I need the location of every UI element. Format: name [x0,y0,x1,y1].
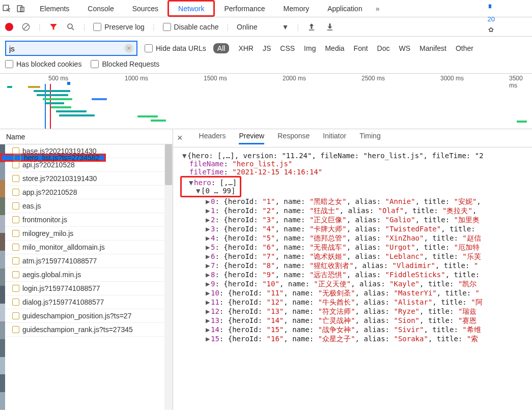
blocked-requests-checkbox[interactable]: Blocked Requests [91,60,159,68]
request-row[interactable]: login.js?1597741088577 [0,282,173,295]
json-array-item[interactable]: ▶1: {heroId: "2", name: "狂战士", alias: "O… [175,206,530,216]
detail-tab-initiator[interactable]: Initiator [323,132,346,144]
filter-type-js[interactable]: JS [263,44,271,52]
hide-data-urls-checkbox[interactable]: Hide data URLs [145,44,206,52]
filter-text-input[interactable] [9,44,111,53]
request-row[interactable]: eas.js [0,199,173,213]
request-row[interactable]: dialog.js?1597741088577 [0,295,173,309]
response-preview[interactable]: ▼{hero: [,…], version: "11.24", fileName… [173,147,532,410]
record-button[interactable] [5,23,13,31]
filter-icon[interactable] [49,22,58,32]
status-badges: ▲6 ▘20 ✿ [455,0,530,34]
disable-cache-checkbox[interactable]: Disable cache [163,23,219,31]
tab-performance[interactable]: Performance [215,0,274,17]
timeline-tick: 2500 ms [361,75,385,82]
request-name: eas.js [22,202,41,210]
request-list-panel: Name base.js?202103191430api.js?20210528… [0,129,173,410]
search-icon[interactable] [66,22,75,32]
throttling-select[interactable]: Online▼ [237,23,289,31]
filter-type-img[interactable]: Img [304,44,316,52]
filter-type-other[interactable]: Other [456,44,473,52]
clear-icon[interactable] [21,22,31,32]
device-toggle-icon[interactable] [16,4,25,13]
request-row[interactable]: frontmonitor.js [0,213,173,227]
network-toolbar: | | Preserve log | Disable cache | Onlin… [0,17,532,37]
request-name: api.js?20210528 [22,161,75,169]
json-array-item[interactable]: ▶15: {heroId: "16", name: "众星之子", alias:… [175,335,530,344]
request-name: login.js?1597741088577 [22,284,100,292]
json-array-item[interactable]: ▶2: {heroId: "3", name: "正义巨像", alias: "… [175,216,530,225]
name-column-header[interactable]: Name [0,129,173,144]
json-array-item[interactable]: ▶6: {heroId: "7", name: "诡术妖姬", alias: "… [175,252,530,261]
filter-type-css[interactable]: CSS [280,44,295,52]
file-icon [12,244,19,251]
warning-count: 6 [489,0,493,2]
file-icon [12,189,19,196]
timeline-tick: 3000 ms [440,75,464,82]
close-detail-icon[interactable]: × [177,133,186,143]
detail-tab-response[interactable]: Response [277,132,310,144]
upload-icon[interactable] [307,22,316,32]
tab-console[interactable]: Console [78,0,123,17]
request-row[interactable]: store.js?202103191430 [0,172,173,186]
request-row[interactable]: hero_list.js?ts=2734582 [0,154,106,162]
json-array-item[interactable]: ▶7: {heroId: "8", name: "猩红收割者", alias: … [175,261,530,271]
tab-network[interactable]: Network [167,0,215,17]
more-tabs-icon[interactable]: » [372,5,384,13]
file-icon [12,271,19,278]
request-name: milogrey_milo.js [22,229,73,237]
filter-type-font[interactable]: Font [354,44,368,52]
request-row[interactable]: atm.js?1597741088577 [0,254,173,268]
tab-memory[interactable]: Memory [274,0,319,17]
scrollbar-thumb[interactable] [165,144,172,185]
json-array-item[interactable]: ▶12: {heroId: "13", name: "符文法师", alias:… [175,307,530,316]
scrollbar[interactable] [164,144,173,410]
json-array-item[interactable]: ▶4: {heroId: "5", name: "德邦总管", alias: "… [175,234,530,243]
settings-icon[interactable]: ✿ [488,26,494,34]
timeline-tick: 1500 ms [204,75,227,82]
has-blocked-cookies-checkbox[interactable]: Has blocked cookies [5,60,81,68]
json-array-item[interactable]: ▶9: {heroId: "10", name: "正义天使", alias: … [175,280,530,289]
timeline-tick: 2000 ms [283,75,306,82]
json-array-item[interactable]: ▶8: {heroId: "9", name: "远古恐惧", alias: "… [175,271,530,280]
json-array-item[interactable]: ▶10: {heroId: "11", name: "无极剑圣", alias:… [175,289,530,298]
filter-type-xhr[interactable]: XHR [238,44,254,52]
request-name: milo_monitor_alldomain.js [22,243,105,251]
detail-tab-headers[interactable]: Headers [199,132,226,144]
info-icon[interactable]: ▘ [489,5,494,12]
download-icon[interactable] [325,22,334,32]
request-row[interactable]: milogrey_milo.js [0,227,173,241]
json-array-item[interactable]: ▶13: {heroId: "14", name: "亡灵战神", alias:… [175,316,530,325]
request-row[interactable]: guideschampion_position.js?ts=27 [0,309,173,323]
preserve-log-checkbox[interactable]: Preserve log [93,23,145,31]
file-icon [12,299,19,306]
file-icon [12,216,19,223]
request-name: store.js?202103191430 [22,174,97,183]
json-array-item[interactable]: ▶11: {heroId: "12", name: "牛头酋长", alias:… [175,298,530,307]
tab-elements[interactable]: Elements [31,0,78,17]
request-row[interactable]: guideschampion_rank.js?ts=27345 [0,323,173,337]
request-row[interactable]: milo_monitor_alldomain.js [0,241,173,254]
timeline-tick: 500 ms [48,75,68,82]
clear-filter-icon[interactable]: ✕ [124,44,133,53]
filter-all[interactable]: All [213,43,230,53]
network-split: Name base.js?202103191430api.js?20210528… [0,129,532,410]
file-icon [12,257,19,264]
filter-type-doc[interactable]: Doc [377,44,390,52]
tab-application[interactable]: Application [318,0,372,17]
waterfall-overview[interactable]: 500 ms1000 ms1500 ms2000 ms2500 ms3000 m… [0,73,532,129]
inspect-icon[interactable] [2,4,11,13]
request-row[interactable]: app.js?20210528 [0,186,173,199]
detail-tab-preview[interactable]: Preview [239,132,264,144]
filter-type-media[interactable]: Media [325,44,344,52]
tab-sources[interactable]: Sources [123,0,167,17]
json-array-item[interactable]: ▶0: {heroId: "1", name: "黑暗之女", alias: "… [175,197,530,206]
json-array-item[interactable]: ▶3: {heroId: "4", name: "卡牌大师", alias: "… [175,225,530,234]
filter-bar-2: Has blocked cookies Blocked Requests [0,60,532,73]
filter-type-ws[interactable]: WS [399,44,411,52]
json-array-item[interactable]: ▶14: {heroId: "15", name: "战争女神", alias:… [175,325,530,335]
filter-type-manifest[interactable]: Manifest [419,44,446,52]
request-row[interactable]: aegis.global.min.js [0,268,173,282]
json-array-item[interactable]: ▶5: {heroId: "6", name: "无畏战车", alias: "… [175,243,530,252]
detail-tab-timing[interactable]: Timing [359,132,381,144]
